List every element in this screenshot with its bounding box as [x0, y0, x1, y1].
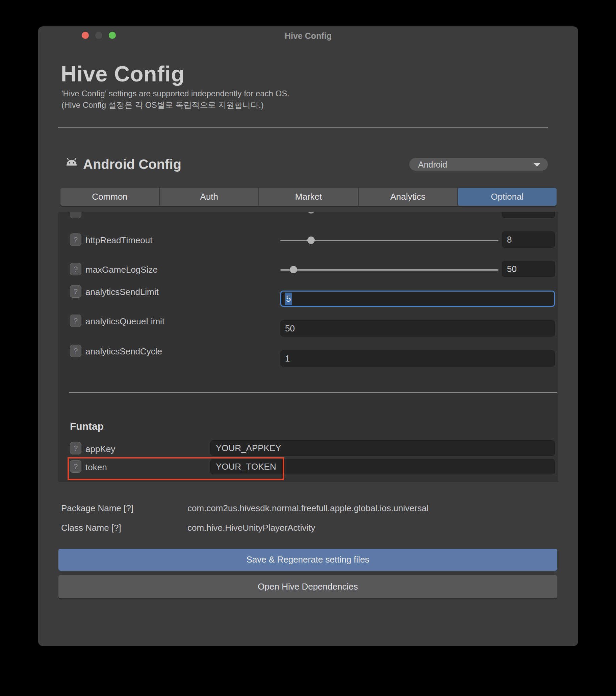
clipped-row-value-field-fragment [502, 212, 555, 218]
subtitle-line-ko: (Hive Config 설정은 각 OS별로 독립적으로 지원합니다.) [62, 99, 289, 111]
android-icon [66, 158, 77, 165]
tab-optional[interactable]: Optional [458, 188, 556, 206]
tab-analytics[interactable]: Analytics [359, 188, 458, 206]
funtap-section-title: Funtap [70, 421, 104, 432]
analytics-queue-limit-input[interactable]: 50 [280, 320, 555, 336]
page-title: Hive Config [61, 62, 185, 86]
section-title: Android Config [83, 157, 181, 172]
titlebar: Hive Config [38, 26, 578, 44]
help-icon[interactable]: ? [70, 442, 81, 455]
max-game-log-size-slider[interactable] [280, 269, 499, 271]
clipped-row-slider-knob-fragment [307, 212, 315, 213]
help-icon[interactable]: ? [70, 460, 81, 473]
window-title: Hive Config [38, 31, 578, 41]
max-game-log-size-value[interactable]: 50 [502, 261, 555, 277]
help-icon[interactable]: ? [70, 263, 81, 275]
app-key-input[interactable]: YOUR_APPKEY [210, 440, 555, 456]
help-icon[interactable]: ? [70, 234, 81, 246]
slider-row-label: maxGameLogSize [85, 265, 158, 275]
input-row-label: analyticsQueueLimit [85, 316, 164, 327]
subtitle-line-en: 'Hive Config' settings are supported ind… [62, 88, 289, 99]
clipped-row-help-icon-fragment [70, 212, 81, 218]
help-icon[interactable]: ? [70, 285, 81, 298]
class-name-label: Class Name [?] [61, 523, 121, 533]
platform-dropdown[interactable]: Android [409, 158, 548, 171]
header-divider [58, 127, 548, 128]
token-input[interactable]: YOUR_TOKEN [210, 459, 555, 474]
tab-common[interactable]: Common [61, 188, 160, 206]
section-divider [69, 392, 557, 393]
chevron-down-icon [534, 163, 540, 167]
slider-knob[interactable] [290, 266, 297, 273]
help-icon[interactable]: ? [70, 315, 81, 327]
save-regenerate-button[interactable]: Save & Regenerate setting files [59, 549, 557, 571]
analytics-send-cycle-input[interactable]: 1 [280, 350, 555, 367]
analytics-send-limit-input[interactable]: 5 [280, 290, 555, 307]
class-name-value: com.hive.HiveUnityPlayerActivity [188, 523, 315, 533]
slider-row-label: httpReadTimeout [85, 235, 152, 246]
page-subtitle: 'Hive Config' settings are supported ind… [62, 88, 289, 111]
http-read-timeout-value[interactable]: 8 [502, 232, 555, 248]
funtap-row-label: token [85, 462, 107, 473]
input-row-label: analyticsSendCycle [85, 346, 162, 357]
tab-auth[interactable]: Auth [160, 188, 259, 206]
help-icon[interactable]: ? [70, 345, 81, 357]
hive-config-window: Hive Config Hive Config 'Hive Config' se… [38, 26, 578, 646]
config-tabs: Common Auth Market Analytics Optional [60, 188, 557, 206]
slider-knob[interactable] [307, 237, 315, 244]
tab-market[interactable]: Market [259, 188, 358, 206]
http-read-timeout-slider[interactable] [280, 240, 499, 241]
open-hive-dependencies-button[interactable]: Open Hive Dependencies [59, 575, 557, 598]
settings-scroll-area[interactable]: ? httpReadTimeout 8 ? maxGameLogSize 50 … [59, 212, 558, 482]
platform-dropdown-value: Android [418, 160, 447, 170]
selected-text: 5 [285, 292, 292, 305]
input-row-label: analyticsSendLimit [85, 287, 159, 297]
package-name-value: com.com2us.hivesdk.normal.freefull.apple… [188, 503, 428, 513]
package-name-label: Package Name [?] [61, 503, 133, 513]
funtap-row-label: appKey [85, 444, 115, 455]
